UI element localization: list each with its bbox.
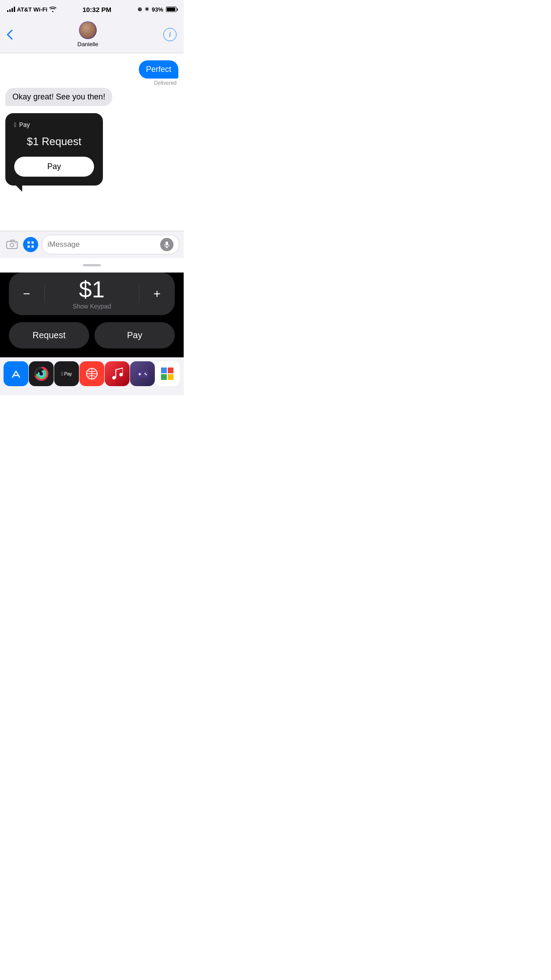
- amount-control: − $1 Show Keypad +: [9, 273, 175, 315]
- mic-icon: [164, 241, 169, 248]
- dock-applepay[interactable]:  Pay: [54, 361, 79, 386]
- contact-name: Danielle: [78, 41, 98, 47]
- apps-button[interactable]: [23, 237, 38, 252]
- drag-handle-area: [0, 258, 184, 273]
- pay-action-button[interactable]: Pay: [94, 322, 175, 348]
- applepay-message:  Pay $1 Request Pay: [5, 113, 178, 186]
- bubble-okay: Okay great! See you then!: [5, 88, 112, 106]
- mic-button[interactable]: [160, 238, 173, 251]
- message-input[interactable]: [47, 240, 157, 249]
- camera-button[interactable]: [4, 237, 20, 252]
- amount-center: $1 Show Keypad: [45, 273, 139, 315]
- applepay-header:  Pay: [14, 121, 94, 128]
- dock-activity[interactable]: [29, 361, 54, 386]
- dock-search[interactable]: [79, 361, 104, 386]
- svg-point-19: [144, 373, 146, 374]
- applepay-card[interactable]:  Pay $1 Request Pay: [5, 113, 103, 186]
- battery-icon: [166, 7, 177, 12]
- pay-label-small: Pay: [19, 121, 30, 128]
- contact-header[interactable]: Danielle: [78, 21, 98, 47]
- bluetooth-icon: ✳: [145, 6, 149, 12]
- svg-point-2: [15, 242, 16, 243]
- appstore-icon: [9, 367, 23, 381]
- music-icon: [111, 367, 123, 380]
- dock-maps[interactable]: [155, 361, 180, 386]
- request-amount: $1 Request: [14, 135, 94, 148]
- amount-value: $1: [79, 278, 105, 301]
- avatar: [79, 21, 97, 39]
- wifi-icon: [49, 7, 56, 12]
- nav-header: Danielle i: [0, 18, 184, 53]
- drag-handle: [83, 264, 101, 266]
- pay-button-card[interactable]: Pay: [14, 157, 94, 177]
- action-buttons: Request Pay: [9, 322, 175, 348]
- apps-icon: [26, 240, 35, 249]
- battery-percent: 93%: [152, 6, 163, 13]
- search-icon: [86, 368, 98, 380]
- chat-area: Perfect Delivered Okay great! See you th…: [0, 53, 184, 231]
- svg-rect-3: [165, 241, 168, 245]
- svg-point-20: [146, 374, 147, 375]
- game-icon: [136, 367, 149, 380]
- status-right: ⊕ ✳ 93%: [138, 6, 177, 13]
- apple-logo-icon: : [14, 121, 16, 128]
- request-button[interactable]: Request: [9, 322, 89, 348]
- status-time: 10:32 PM: [83, 6, 111, 13]
- maps-icon: [159, 366, 175, 382]
- dock-music[interactable]: [105, 361, 130, 386]
- bubble-perfect: Perfect: [139, 60, 178, 79]
- info-button[interactable]: i: [163, 28, 177, 41]
- status-bar: AT&T Wi-Fi 10:32 PM ⊕ ✳ 93%: [0, 0, 184, 18]
- back-button[interactable]: [7, 30, 12, 40]
- input-bar: [0, 231, 184, 258]
- dock:  Pay: [0, 357, 184, 395]
- sent-message-perfect: Perfect Delivered: [5, 60, 178, 86]
- decrement-button[interactable]: −: [9, 276, 44, 312]
- camera-icon: [6, 240, 18, 249]
- signal-bars: [7, 7, 15, 12]
- received-message-okay: Okay great! See you then!: [5, 88, 178, 106]
- status-carrier: AT&T Wi-Fi: [7, 6, 56, 13]
- message-input-wrap[interactable]: [42, 235, 179, 254]
- increment-button[interactable]: +: [139, 276, 175, 312]
- svg-point-1: [10, 243, 14, 247]
- activity-icon: [33, 366, 49, 382]
- applepay-panel: − $1 Show Keypad + Request Pay: [0, 273, 184, 357]
- dock-appstore[interactable]: [4, 361, 28, 386]
- delivered-label: Delivered: [154, 80, 177, 86]
- location-icon: ⊕: [138, 6, 142, 12]
- dock-game[interactable]: [130, 361, 155, 386]
- show-keypad-label[interactable]: Show Keypad: [73, 303, 111, 310]
